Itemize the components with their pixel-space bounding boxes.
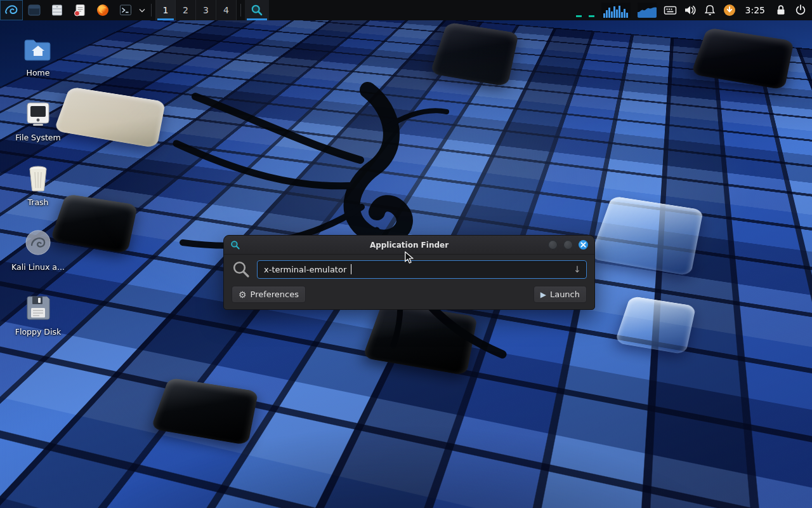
system-tray: 3:25 [576, 3, 812, 18]
desktop-icon-label: Home [27, 68, 50, 77]
launcher-text-editor[interactable] [69, 0, 91, 20]
search-input[interactable]: x-terminal-emulator ↓ [257, 260, 587, 279]
desktop-icon-label: File System [15, 133, 61, 142]
close-icon [580, 242, 586, 248]
updates-available-icon[interactable] [723, 4, 736, 17]
kali-docs-icon [24, 229, 52, 257]
minimize-button[interactable] [548, 240, 558, 250]
launch-button-label: Launch [550, 290, 580, 299]
launcher-dropdown-button[interactable] [137, 0, 147, 20]
floppy-disk-icon [25, 295, 51, 321]
entry-dropdown-arrow-icon[interactable]: ↓ [573, 264, 581, 274]
close-button[interactable] [579, 240, 588, 250]
window-controls [548, 240, 588, 250]
tray-indicator [589, 15, 594, 17]
panel-separator [240, 4, 241, 17]
wallpaper-cube [151, 378, 259, 446]
wallpaper-cube [615, 296, 697, 355]
desktop-screen: 1 2 3 4 [0, 0, 812, 508]
preferences-button-label: Preferences [251, 290, 299, 299]
dialog-actions: ⚙ Preferences ▶ Launch [232, 286, 587, 303]
window-title: Application Finder [224, 241, 594, 250]
desktop-icon-column: Home File System Trash [6, 32, 70, 356]
applications-menu-button[interactable] [0, 0, 23, 20]
workspace-3[interactable]: 3 [196, 0, 216, 20]
launch-icon: ▶ [540, 291, 546, 298]
launch-button[interactable]: ▶ Launch [534, 286, 587, 303]
application-finder-icon [251, 4, 263, 17]
lock-screen-icon[interactable] [775, 4, 787, 17]
home-folder-icon [23, 37, 53, 62]
desktop-icon-label: Floppy Disk [15, 327, 61, 337]
panel-separator [151, 4, 152, 17]
search-input-value: x-terminal-emulator [264, 265, 346, 274]
firefox-icon [96, 3, 110, 17]
launcher-file-manager[interactable] [46, 0, 69, 20]
window-manager-icon [27, 3, 41, 17]
desktop-icon-file-system[interactable]: File System [6, 97, 70, 142]
wallpaper-cube [589, 196, 704, 276]
titlebar[interactable]: Application Finder [224, 236, 594, 255]
volume-icon[interactable] [684, 4, 697, 17]
wallpaper-cube [54, 86, 166, 148]
desktop-icon-kali-docs[interactable]: Kali Linux a... [6, 226, 70, 272]
network-graph[interactable] [638, 3, 657, 18]
desktop-icon-label: Trash [27, 197, 48, 207]
search-icon [232, 260, 251, 279]
maximize-button[interactable] [563, 240, 573, 250]
desktop-icon-floppy[interactable]: Floppy Disk [6, 291, 70, 337]
workspace-1[interactable]: 1 [155, 0, 176, 20]
launcher-firefox[interactable] [91, 0, 114, 20]
tray-indicator [576, 15, 582, 17]
preferences-button[interactable]: ⚙ Preferences [232, 286, 306, 303]
quick-launchers [23, 0, 147, 20]
workspace-switcher: 1 2 3 4 [155, 0, 237, 20]
kali-dragon-logo [159, 71, 533, 370]
logout-power-icon[interactable] [794, 4, 807, 17]
terminal-icon [119, 3, 133, 17]
audio-spectrum-graph[interactable] [601, 3, 631, 18]
taskbar-application-finder[interactable] [245, 0, 269, 20]
file-system-drive-icon [25, 102, 51, 127]
trash-can-icon [26, 165, 50, 192]
notifications-bell-icon[interactable] [704, 4, 716, 17]
keyboard-indicator-icon[interactable] [664, 4, 677, 17]
launcher-window-manager[interactable] [23, 0, 46, 20]
text-caret [351, 264, 351, 274]
gear-icon: ⚙ [239, 290, 247, 299]
search-row: x-terminal-emulator ↓ [232, 260, 587, 279]
desktop-icon-trash[interactable]: Trash [6, 161, 70, 207]
workspace-2[interactable]: 2 [176, 0, 196, 20]
desktop-icon-label: Kali Linux a... [11, 262, 65, 272]
top-panel: 1 2 3 4 [0, 0, 812, 20]
wallpaper-cube [691, 27, 794, 90]
text-editor-icon [73, 3, 87, 17]
workspace-4[interactable]: 4 [216, 0, 237, 20]
kali-menu-icon [4, 3, 19, 18]
desktop-icon-home[interactable]: Home [6, 32, 70, 77]
clock[interactable]: 3:25 [743, 5, 768, 15]
launcher-terminal[interactable] [114, 0, 137, 20]
application-finder-window: Application Finder x-terminal-emulator [223, 235, 595, 310]
file-manager-icon [50, 3, 64, 17]
chevron-down-icon [139, 8, 145, 13]
window-icon-application-finder [230, 240, 240, 250]
dialog-body: x-terminal-emulator ↓ ⚙ Preferences ▶ La… [224, 255, 594, 309]
